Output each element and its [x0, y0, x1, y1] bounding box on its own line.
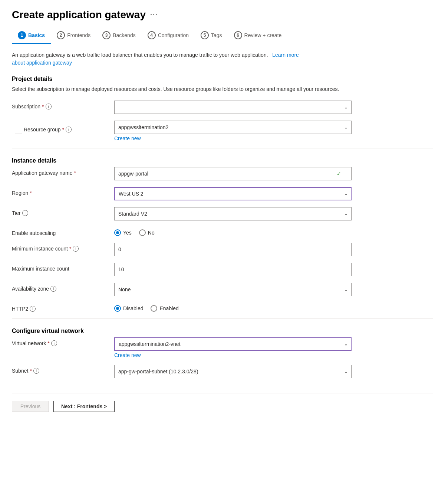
- tab-configuration-label: Configuration: [158, 32, 189, 38]
- autoscaling-yes-label: Yes: [123, 230, 132, 236]
- http2-enabled-label: Enabled: [159, 305, 178, 311]
- instance-details-heading: Instance details: [12, 157, 433, 164]
- app-gateway-name-required: *: [74, 170, 76, 176]
- resource-group-label: Resource group * i: [24, 124, 120, 132]
- availability-zone-dropdown-wrap: None ⌄: [114, 283, 352, 296]
- subnet-dropdown-wrap: app-gw-portal-subnet (10.2.3.0/28) ⌄: [114, 365, 352, 378]
- region-control: West US 2 ⌄: [114, 187, 352, 200]
- next-button[interactable]: Next : Frontends >: [53, 401, 115, 412]
- tab-basics[interactable]: 1 Basics: [12, 28, 51, 44]
- app-gateway-name-row: Application gateway name * appgw-portal …: [12, 167, 433, 180]
- tab-review-label: Review + create: [244, 32, 282, 38]
- subscription-dropdown[interactable]: [114, 101, 352, 114]
- tab-frontends-label: Frontends: [67, 32, 90, 38]
- resource-group-dropdown-wrap: appgwssltermination2 ⌄: [114, 121, 352, 134]
- region-required: *: [30, 190, 32, 196]
- region-label: Region *: [12, 187, 108, 196]
- subscription-info-icon[interactable]: i: [46, 104, 52, 109]
- resource-group-info-icon[interactable]: i: [66, 127, 72, 132]
- app-gateway-name-input[interactable]: appgw-portal: [114, 167, 352, 180]
- subnet-required: *: [30, 368, 32, 374]
- about-link[interactable]: about application gateway: [12, 60, 72, 66]
- app-gateway-name-control: appgw-portal ✓: [114, 167, 352, 180]
- previous-button[interactable]: Previous: [12, 401, 49, 412]
- vnet-required: *: [47, 340, 49, 346]
- autoscaling-yes-radio: [114, 229, 121, 236]
- autoscaling-row: Enable autoscaling Yes No: [12, 227, 433, 236]
- wizard-tabs: 1 Basics 2 Frontends 3 Backends 4 Config…: [12, 28, 433, 44]
- learn-more-link[interactable]: Learn more: [272, 52, 299, 58]
- tab-backends[interactable]: 3 Backends: [96, 28, 141, 44]
- tab-tags[interactable]: 5 Tags: [195, 28, 228, 44]
- autoscaling-radio-group: Yes No: [114, 227, 352, 236]
- autoscaling-label: Enable autoscaling: [12, 227, 108, 236]
- http2-radio-group: Disabled Enabled: [114, 303, 352, 312]
- intro-description: An application gateway is a web traffic …: [12, 51, 346, 67]
- indent-line: [15, 124, 22, 134]
- page-title-ellipsis: ···: [150, 11, 158, 19]
- subscription-control: ⌄: [114, 101, 352, 114]
- subscription-required: *: [42, 104, 44, 109]
- subnet-row: Subnet * i app-gw-portal-subnet (10.2.3.…: [12, 365, 433, 378]
- autoscaling-no-option[interactable]: No: [139, 229, 155, 236]
- tab-frontends-number: 2: [57, 31, 65, 39]
- tab-basics-label: Basics: [28, 32, 45, 38]
- intro-text: An application gateway is a web traffic …: [12, 52, 268, 58]
- tab-backends-label: Backends: [113, 32, 135, 38]
- availability-zone-info-icon[interactable]: i: [50, 286, 56, 292]
- http2-control: Disabled Enabled: [114, 303, 352, 312]
- subscription-dropdown-wrap: ⌄: [114, 101, 352, 114]
- region-dropdown[interactable]: West US 2: [114, 187, 352, 200]
- tab-frontends[interactable]: 2 Frontends: [51, 28, 96, 44]
- tier-info-icon[interactable]: i: [22, 210, 28, 216]
- resource-group-control: appgwssltermination2 ⌄ Create new: [114, 121, 352, 141]
- resource-group-dropdown[interactable]: appgwssltermination2: [114, 121, 352, 134]
- autoscaling-no-radio: [139, 229, 146, 236]
- subnet-info-icon[interactable]: i: [33, 368, 39, 374]
- min-instance-control: [114, 243, 352, 256]
- autoscaling-yes-radio-fill: [116, 231, 119, 234]
- tier-control: Standard V2 ⌄: [114, 207, 352, 220]
- autoscaling-control: Yes No: [114, 227, 352, 236]
- app-gateway-name-dropdown-wrap: appgw-portal ✓: [114, 167, 352, 180]
- vnet-create-new[interactable]: Create new: [114, 352, 141, 358]
- availability-zone-control: None ⌄: [114, 283, 352, 296]
- resource-group-create-new[interactable]: Create new: [114, 135, 141, 141]
- tab-configuration[interactable]: 4 Configuration: [142, 28, 195, 44]
- region-row: Region * West US 2 ⌄: [12, 187, 433, 200]
- tier-row: Tier i Standard V2 ⌄: [12, 207, 433, 220]
- section-divider-1: [12, 148, 433, 148]
- http2-disabled-label: Disabled: [123, 305, 143, 311]
- region-dropdown-wrap: West US 2 ⌄: [114, 187, 352, 200]
- http2-disabled-radio: [114, 305, 121, 312]
- vnet-label: Virtual network * i: [12, 337, 108, 346]
- project-details-desc: Select the subscription to manage deploy…: [12, 85, 433, 93]
- http2-disabled-option[interactable]: Disabled: [114, 305, 143, 312]
- tab-basics-number: 1: [18, 31, 26, 39]
- tier-dropdown-wrap: Standard V2 ⌄: [114, 207, 352, 220]
- vnet-info-icon[interactable]: i: [51, 340, 57, 346]
- availability-zone-dropdown[interactable]: None: [114, 283, 352, 296]
- tab-backends-number: 3: [102, 31, 111, 39]
- resource-group-indent: Resource group * i: [12, 121, 108, 134]
- max-instance-control: [114, 263, 352, 276]
- http2-info-icon[interactable]: i: [30, 306, 36, 312]
- autoscaling-yes-option[interactable]: Yes: [114, 229, 132, 236]
- tier-dropdown[interactable]: Standard V2: [114, 207, 352, 220]
- max-instance-input[interactable]: [114, 263, 352, 276]
- tab-review-create[interactable]: 6 Review + create: [228, 28, 288, 44]
- resource-group-required: *: [62, 127, 64, 132]
- availability-zone-label: Availability zone i: [12, 283, 108, 292]
- vnet-control: appgwssltermination2-vnet ⌄ Create new: [114, 337, 352, 358]
- tab-configuration-number: 4: [148, 31, 156, 39]
- min-instance-required: *: [69, 246, 71, 252]
- http2-enabled-option[interactable]: Enabled: [151, 305, 178, 312]
- vnet-dropdown[interactable]: appgwssltermination2-vnet: [114, 337, 352, 351]
- autoscaling-no-label: No: [148, 230, 155, 236]
- subnet-dropdown[interactable]: app-gw-portal-subnet (10.2.3.0/28): [114, 365, 352, 378]
- min-instance-input[interactable]: [114, 243, 352, 256]
- min-instance-info-icon[interactable]: i: [73, 246, 79, 252]
- tab-tags-number: 5: [201, 31, 209, 39]
- http2-row: HTTP2 i Disabled Enabled: [12, 303, 433, 312]
- min-instance-row: Minimum instance count * i: [12, 243, 433, 256]
